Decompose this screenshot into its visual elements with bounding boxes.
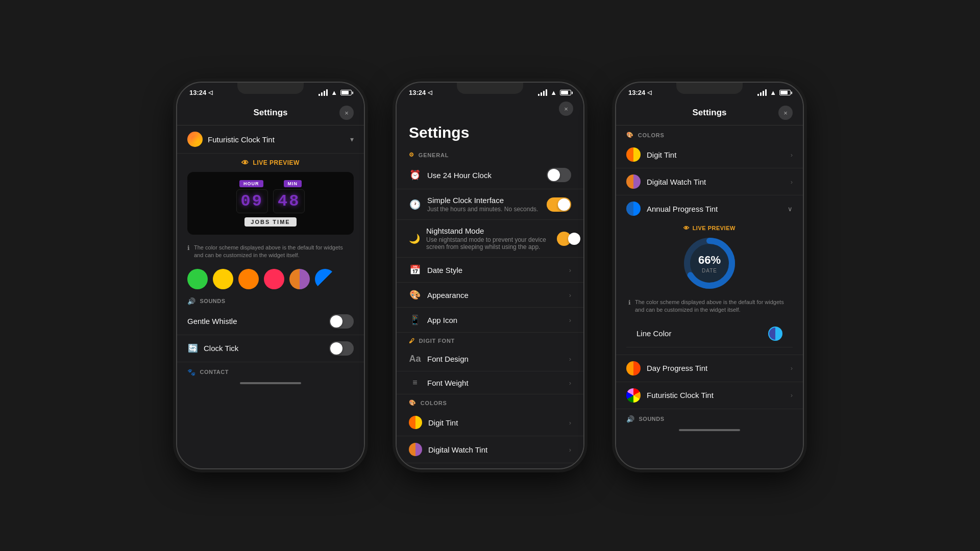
battery-icon-1 [340, 90, 352, 95]
digital-watch-tint-row-3[interactable]: Digital Watch Tint › [616, 168, 803, 195]
clock-tick-toggle[interactable] [329, 341, 354, 356]
simple-clock-icon: 🕐 [409, 199, 421, 210]
digit-tint-row-3[interactable]: Digit Tint › [616, 141, 803, 168]
time-3: 13:24 [628, 89, 645, 96]
nightstand-row[interactable]: 🌙 Nightstand Mode Use nightstand mode to… [397, 220, 583, 258]
font-design-label: Font Design [427, 355, 469, 363]
simple-clock-toggle[interactable] [547, 197, 571, 212]
color-circle-blue-half[interactable] [315, 269, 335, 289]
general-icon: ⚙ [409, 152, 414, 158]
min-digits: 48 [278, 192, 300, 211]
annual-progress-chevron-icon: ∨ [788, 205, 793, 213]
date-style-icon: 📅 [409, 264, 421, 276]
appearance-row[interactable]: 🎨 Appearance › [397, 283, 583, 308]
home-indicator-3 [679, 429, 740, 431]
location-icon-2: ◁ [428, 89, 432, 96]
nightstand-toggle[interactable] [557, 232, 571, 246]
sounds-icon-3: 🔊 [626, 415, 635, 423]
futuristic-clock-dot [626, 388, 641, 403]
clock-24-icon: ⏰ [409, 169, 421, 181]
status-bar-1: 13:24 ◁ ▲ [177, 83, 364, 98]
24-hour-toggle[interactable] [547, 168, 571, 182]
theme-name: Futuristic Clock Tint [208, 135, 275, 144]
day-progress-row[interactable]: Day Progress Tint › [616, 355, 803, 382]
annual-progress-label: Annual Progress Tint [647, 205, 718, 213]
date-style-label: Date Style [427, 266, 462, 274]
digit-tint-row-2[interactable]: Digit Tint › [397, 409, 583, 436]
signal-icon-3 [757, 89, 767, 96]
font-weight-row[interactable]: ≡ Font Weight › [397, 371, 583, 394]
clock-tick-icon: 🔄 [187, 343, 199, 353]
colors-section-icon-2: 🎨 [409, 399, 416, 406]
color-circle-orange[interactable] [238, 269, 259, 289]
info-text-1: ℹ The color scheme displayed above is th… [177, 240, 364, 264]
color-circle-purple-half[interactable] [289, 269, 310, 289]
gentle-whistle-toggle[interactable] [329, 314, 354, 329]
eye-icon-3: 👁 [683, 225, 690, 231]
settings-header-1: Settings × [177, 98, 364, 126]
simple-clock-row[interactable]: 🕐 Simple Clock Interface Just the hours … [397, 189, 583, 220]
digital-watch-dot-2 [409, 443, 422, 456]
digital-watch-tint-row-2[interactable]: Digital Watch Tint › [397, 436, 583, 463]
location-icon-1: ◁ [208, 89, 212, 96]
sounds-icon: 🔊 [187, 297, 196, 305]
gentle-whistle-label: Gentle Whistle [187, 317, 237, 325]
color-circle-green[interactable] [187, 269, 208, 289]
contact-section: 🐾 CONTACT [177, 362, 364, 379]
appearance-chevron-icon: › [569, 291, 571, 299]
24-hour-clock-row[interactable]: ⏰ Use 24 Hour Clock [397, 161, 583, 189]
min-label-badge: MIN [284, 180, 302, 187]
color-circle-red[interactable] [264, 269, 284, 289]
wifi-icon-3: ▲ [770, 89, 776, 96]
line-color-label: Line Color [636, 329, 671, 338]
close-button-3[interactable]: × [778, 106, 793, 120]
eye-icon-1: 👁 [241, 159, 249, 167]
min-segment: 48 [273, 189, 305, 213]
app-icon-icon: 📱 [409, 314, 421, 325]
font-weight-chevron-icon: › [569, 379, 571, 387]
settings-title-3: Settings [641, 108, 778, 118]
phone-1: 13:24 ◁ ▲ Settings × [176, 82, 365, 469]
sounds-section-header: 🔊 SOUNDS [177, 291, 364, 308]
phone2-screen: × Settings ⚙ GENERAL ⏰ Use 24 Hour Clock [397, 98, 583, 466]
hour-segment: 09 [236, 189, 268, 213]
line-color-row[interactable]: Line Color [626, 320, 793, 347]
close-button-1[interactable]: × [339, 106, 354, 120]
app-icon-chevron-icon: › [569, 316, 571, 324]
day-progress-chevron: › [791, 364, 793, 372]
theme-selector[interactable]: Futuristic Clock Tint ▾ [177, 126, 364, 154]
digit-font-icon: 🖋 [409, 338, 415, 344]
simple-clock-label: Simple Clock Interface [427, 196, 538, 205]
app-icon-row[interactable]: 📱 App Icon › [397, 308, 583, 333]
info-icon-1: ℹ [187, 244, 190, 260]
app-icon-label: App Icon [427, 316, 457, 324]
theme-icon [187, 132, 203, 147]
date-style-row[interactable]: 📅 Date Style › [397, 258, 583, 283]
clock-tick-row[interactable]: 🔄 Clock Tick [177, 335, 364, 362]
gentle-whistle-row[interactable]: Gentle Whistle [177, 308, 364, 335]
color-circle-yellow[interactable] [213, 269, 233, 289]
font-design-chevron-icon: › [569, 355, 571, 363]
font-weight-icon: ≡ [409, 378, 421, 387]
digital-watch-label-3: Digital Watch Tint [647, 178, 706, 186]
annual-progress-section: Annual Progress Tint ∨ 👁 LIVE PREVIEW [616, 195, 803, 355]
theme-chevron-icon: ▾ [350, 135, 354, 143]
info-desc-1: The color scheme displayed above is the … [194, 244, 354, 260]
line-color-dot[interactable] [768, 327, 782, 341]
font-weight-label: Font Weight [427, 379, 469, 387]
phones-container: 13:24 ◁ ▲ Settings × [176, 82, 804, 469]
futuristic-clock-chevron: › [791, 391, 793, 399]
colors-icon-3: 🎨 [626, 132, 634, 138]
date-style-chevron-icon: › [569, 266, 571, 274]
battery-icon-2 [560, 90, 571, 95]
signal-icon-2 [538, 89, 547, 96]
digit-tint-label-2: Digit Tint [428, 418, 458, 427]
futuristic-clock-row[interactable]: Futuristic Clock Tint › [616, 382, 803, 409]
info-icon-3: ℹ [628, 299, 631, 314]
annual-progress-row[interactable]: Annual Progress Tint ∨ [616, 195, 803, 222]
close-button-2[interactable]: × [559, 102, 573, 116]
nightstand-sub: Use nightstand mode to prevent your devi… [426, 236, 557, 251]
font-design-row[interactable]: Aa Font Design › [397, 347, 583, 371]
day-progress-label: Day Progress Tint [647, 364, 707, 372]
location-icon-3: ◁ [647, 89, 651, 96]
